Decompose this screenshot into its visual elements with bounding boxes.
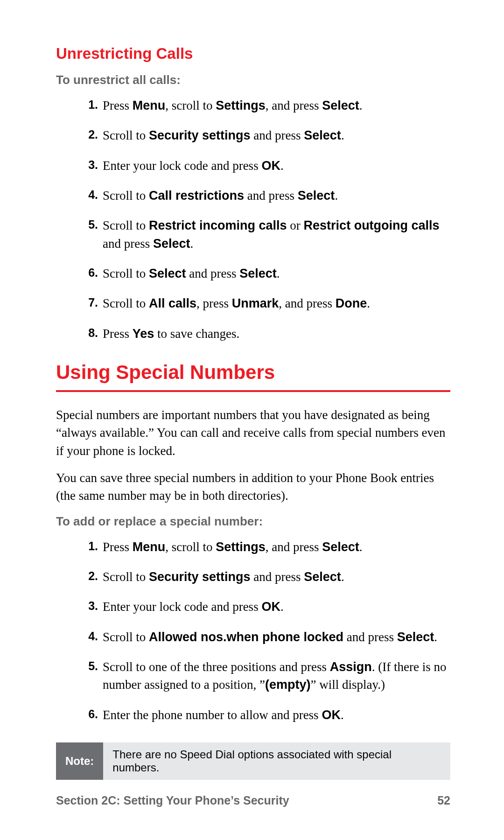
kw: Select	[149, 266, 186, 280]
t: or	[287, 218, 304, 232]
t: .	[359, 540, 363, 554]
kw: Assign	[330, 660, 372, 674]
kw: Select	[153, 237, 190, 251]
note-body: There are no Speed Dial options associat…	[103, 742, 450, 780]
t: and press	[251, 128, 304, 142]
footer-section: Section 2C: Setting Your Phone’s Securit…	[56, 794, 289, 807]
t: .	[190, 237, 194, 251]
steps-special: Press Menu, scroll to Settings, and pres…	[56, 538, 450, 724]
step-item: Press Menu, scroll to Settings, and pres…	[84, 538, 450, 556]
kw: Unmark	[232, 296, 279, 310]
t: Scroll to	[103, 128, 149, 142]
step-item: Scroll to Allowed nos.when phone locked …	[84, 628, 450, 646]
t: Scroll to	[103, 570, 149, 584]
kw: Settings	[216, 540, 266, 554]
t: .	[341, 570, 344, 584]
note-label: Note:	[56, 742, 103, 780]
t: , scroll to	[165, 540, 216, 554]
kw: Yes	[133, 327, 154, 341]
t: Scroll to one of the three positions and…	[103, 660, 330, 674]
kw: Menu	[133, 540, 166, 554]
step-item: Enter the phone number to allow and pres…	[84, 706, 450, 724]
kw: Restrict outgoing calls	[304, 218, 440, 232]
t: Press	[103, 540, 133, 554]
kw: Security settings	[149, 128, 251, 142]
t: , press	[196, 296, 232, 310]
t: and press	[186, 266, 240, 280]
kw: Settings	[216, 98, 266, 112]
t: and press	[244, 189, 298, 203]
kw: Select	[239, 266, 277, 280]
step-item: Press Menu, scroll to Settings, and pres…	[84, 97, 450, 114]
kw: Security settings	[149, 570, 251, 584]
kw: Select	[322, 540, 359, 554]
kw: Menu	[133, 98, 166, 112]
kw: Call restrictions	[149, 189, 244, 203]
step-item: Scroll to one of the three positions and…	[84, 658, 450, 694]
kw: Select	[322, 98, 359, 112]
red-rule	[56, 390, 450, 392]
heading-using-special-numbers: Using Special Numbers	[56, 361, 450, 384]
t: .	[367, 296, 370, 310]
kw: OK	[261, 159, 280, 173]
t: , and press	[266, 540, 322, 554]
kw: Select	[304, 128, 341, 142]
t: ” will display.)	[310, 678, 385, 692]
step-item: Scroll to Restrict incoming calls or Res…	[84, 217, 450, 252]
steps-unrestrict: Press Menu, scroll to Settings, and pres…	[56, 97, 450, 343]
kw: (empty)	[265, 678, 311, 692]
t: , scroll to	[165, 98, 216, 112]
kw: OK	[261, 600, 280, 614]
t: Enter your lock code and press	[103, 159, 261, 173]
step-item: Press Yes to save changes.	[84, 325, 450, 343]
t: , and press	[266, 98, 322, 112]
t: Scroll to	[103, 296, 149, 310]
t: Press	[103, 327, 133, 341]
t: .	[434, 630, 437, 644]
t: .	[341, 708, 344, 722]
step-item: Scroll to Select and press Select.	[84, 265, 450, 282]
t: and press	[103, 237, 153, 251]
kw: Select	[397, 630, 434, 644]
lead-add-special: To add or replace a special number:	[56, 514, 450, 529]
step-item: Scroll to Call restrictions and press Se…	[84, 187, 450, 204]
t: and press	[251, 570, 304, 584]
t: Scroll to	[103, 630, 149, 644]
t: Scroll to	[103, 266, 149, 280]
kw: Done	[336, 296, 367, 310]
t: .	[359, 98, 363, 112]
t: Enter the phone number to allow and pres…	[103, 708, 322, 722]
t: Press	[103, 98, 133, 112]
special-intro-2: You can save three special numbers in ad…	[56, 469, 450, 505]
t: .	[280, 600, 284, 614]
t: .	[280, 159, 284, 173]
lead-unrestrict-all: To unrestrict all calls:	[56, 73, 450, 87]
t: Enter your lock code and press	[103, 600, 261, 614]
t: .	[341, 128, 344, 142]
t: to save changes.	[154, 327, 239, 341]
kw: Allowed nos.when phone locked	[149, 630, 343, 644]
t: Scroll to	[103, 189, 149, 203]
page: Unrestricting Calls To unrestrict all ca…	[0, 0, 504, 840]
step-item: Scroll to Security settings and press Se…	[84, 568, 450, 586]
special-intro-1: Special numbers are important numbers th…	[56, 406, 450, 460]
t: .	[335, 189, 338, 203]
kw: Select	[298, 189, 335, 203]
step-item: Scroll to All calls, press Unmark, and p…	[84, 294, 450, 312]
t: and press	[343, 630, 397, 644]
page-footer: Section 2C: Setting Your Phone’s Securit…	[56, 794, 450, 807]
kw: Select	[304, 570, 341, 584]
kw: Restrict incoming calls	[149, 218, 287, 232]
kw: OK	[322, 708, 341, 722]
footer-page-number: 52	[437, 794, 450, 807]
step-item: Scroll to Security settings and press Se…	[84, 126, 450, 144]
step-item: Enter your lock code and press OK.	[84, 598, 450, 616]
kw: All calls	[149, 296, 196, 310]
note-box: Note: There are no Speed Dial options as…	[56, 742, 450, 780]
t: Scroll to	[103, 218, 149, 232]
t: .	[277, 266, 280, 280]
t: , and press	[279, 296, 335, 310]
heading-unrestricting-calls: Unrestricting Calls	[56, 45, 450, 63]
step-item: Enter your lock code and press OK.	[84, 157, 450, 175]
